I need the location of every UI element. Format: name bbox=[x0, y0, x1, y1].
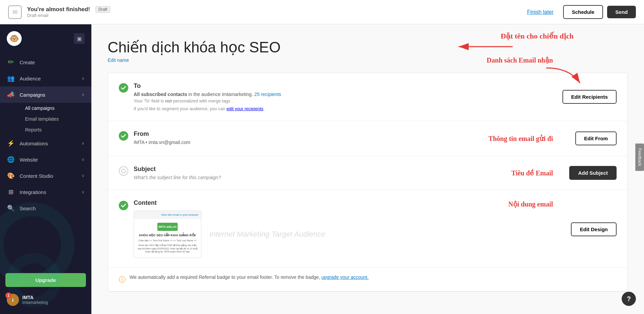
content-studio-icon: 🎨 bbox=[7, 172, 15, 180]
automations-icon: ⚡ bbox=[7, 139, 15, 147]
notice-row: ⓘ We automatically add a required Referr… bbox=[108, 268, 627, 291]
sidebar-label-campaigns: Campaigns bbox=[20, 92, 77, 98]
upgrade-button[interactable]: Upgrade bbox=[5, 273, 86, 287]
sidebar-item-content-studio[interactable]: 🎨 Content Studio ∨ bbox=[0, 168, 91, 184]
notification-badge: 1 bbox=[5, 292, 12, 298]
subject-section-body: Subject What's the subject line for this… bbox=[134, 166, 564, 180]
subject-section: Tiêu đề Email Subject What's the subject… bbox=[108, 156, 627, 190]
to-not: not bbox=[165, 98, 172, 103]
campaign-title-text: Chiến dịch khóa học SEO bbox=[108, 39, 281, 56]
content-preview: View this email in your browser IMTA.edu… bbox=[134, 211, 565, 258]
create-icon: ✏ bbox=[7, 58, 15, 66]
sidebar-item-reports[interactable]: Reports bbox=[20, 124, 91, 135]
thumb-logo-area: IMTA.edu.vn bbox=[137, 223, 198, 231]
to-section-desc: All subscribed contacts in the audience … bbox=[134, 92, 557, 97]
email-preview-thumbnail: View this email in your browser IMTA.edu… bbox=[134, 211, 201, 258]
content-section-body: Content View this email in your browser … bbox=[134, 199, 565, 258]
thumb-sub: Chào bạn << Test First Name >> << Test L… bbox=[137, 239, 198, 242]
edit-name-link[interactable]: Edit name bbox=[108, 57, 129, 63]
website-icon: 🌐 bbox=[7, 155, 15, 164]
subject-placeholder: What's the subject line for this campaig… bbox=[134, 175, 564, 180]
edit-design-button[interactable]: Edit Design bbox=[571, 222, 617, 236]
help-button[interactable]: ? bbox=[622, 292, 636, 306]
edit-recipients-link[interactable]: edit your recipients bbox=[226, 106, 263, 111]
finish-later-button[interactable]: Finish later bbox=[521, 6, 559, 18]
sidebar-item-website[interactable]: 🌐 Website ∨ bbox=[0, 151, 91, 168]
sidebar-toggle[interactable]: ▣ bbox=[74, 33, 85, 44]
topbar-titles: You're almost finished! Draft Draft emai… bbox=[27, 6, 110, 18]
sidebar-label-content-studio: Content Studio bbox=[20, 173, 77, 179]
avatar-initial: I bbox=[12, 297, 14, 303]
svg-point-3 bbox=[121, 169, 126, 173]
search-icon: 🔍 bbox=[7, 204, 15, 212]
sidebar-item-audience[interactable]: 👥 Audience ∨ bbox=[0, 70, 91, 87]
add-subject-button[interactable]: Add Subject bbox=[569, 166, 617, 180]
edit-recipients-button[interactable]: Edit Recipients bbox=[562, 90, 617, 104]
edit-from-button[interactable]: Edit From bbox=[575, 131, 617, 145]
sidebar-item-campaigns[interactable]: 📣 Campaigns ∧ bbox=[0, 87, 91, 103]
upgrade-account-link[interactable]: upgrade your account. bbox=[321, 274, 369, 280]
feedback-tab[interactable]: Feedback bbox=[636, 143, 644, 171]
from-section-desc: IMTA • imta.vn@gmail.com bbox=[134, 140, 570, 145]
sidebar: 🐵 ▣ ✏ Create 👥 Audience ∨ 📣 Campaigns ∧ bbox=[0, 24, 91, 314]
sidebar-item-automations[interactable]: ⚡ Automations ∨ bbox=[0, 135, 91, 151]
sidebar-item-all-campaigns[interactable]: All campaigns bbox=[20, 103, 91, 114]
to-recipients-link[interactable]: 25 recipients bbox=[254, 92, 281, 97]
notice-text: We automatically add a required Referral… bbox=[130, 274, 369, 280]
sidebar-label-website: Website bbox=[20, 157, 77, 163]
thumb-body: IMTA.edu.vn KHÓA HỌC SEO SẮP KHAI GIẢNG … bbox=[134, 219, 201, 258]
automations-chevron: ∨ bbox=[82, 141, 85, 146]
sidebar-item-search[interactable]: 🔍 Search bbox=[0, 200, 91, 216]
send-button[interactable]: Send bbox=[607, 6, 636, 18]
sidebar-nav: ✏ Create 👥 Audience ∨ 📣 Campaigns ∧ All … bbox=[0, 51, 91, 269]
campaign-title: Chiến dịch khóa học SEO bbox=[108, 39, 628, 56]
sidebar-label-automations: Automations bbox=[20, 141, 77, 146]
sidebar-item-email-templates[interactable]: Email templates bbox=[20, 114, 91, 124]
sidebar-bottom: Upgrade 1 I IMTA imtamarketing bbox=[0, 269, 91, 314]
to-section-body: To All subscribed contacts in the audien… bbox=[134, 82, 557, 111]
subject-check-icon bbox=[119, 166, 128, 176]
thumb-logo: IMTA.edu.vn bbox=[157, 223, 178, 231]
from-section: Thông tin email gửi đi From IMTA • imta.… bbox=[108, 121, 627, 156]
mailchimp-logo[interactable]: 🐵 bbox=[7, 31, 22, 46]
audience-icon: 👥 bbox=[7, 74, 15, 82]
draft-icon: ✉ bbox=[8, 5, 22, 19]
from-section-body: From IMTA • imta.vn@gmail.com bbox=[134, 130, 570, 146]
thumb-top-bar: View this email in your browser bbox=[134, 211, 201, 219]
sidebar-label-audience: Audience bbox=[20, 76, 77, 81]
content-area: Đặt tên cho chiến dịch Chiến dịch khóa h… bbox=[91, 24, 644, 314]
thumb-body-text: Khóa học SEO sắp mở tại ITMA sẽ khai giả… bbox=[137, 244, 198, 253]
content-section-title: Content bbox=[134, 199, 565, 207]
content-watermark-text: Internet Marketing Target Audience bbox=[209, 230, 325, 239]
from-section-title: From bbox=[134, 130, 570, 138]
to-section-title: To bbox=[134, 82, 557, 90]
integrations-icon: ⊞ bbox=[7, 188, 15, 196]
to-note: Your 'To' field is not personalized with… bbox=[134, 98, 557, 103]
topbar-subtitle: Draft email bbox=[27, 13, 110, 18]
sidebar-item-create[interactable]: ✏ Create bbox=[0, 54, 91, 70]
sidebar-label-integrations: Integrations bbox=[20, 189, 77, 195]
sidebar-label-search: Search bbox=[20, 206, 85, 211]
campaigns-icon: 📣 bbox=[7, 91, 15, 99]
notice-icon: ⓘ bbox=[119, 275, 126, 284]
topbar: ✉ You're almost finished! Draft Draft em… bbox=[0, 0, 644, 24]
topbar-status: You're almost finished! bbox=[27, 6, 90, 13]
main-layout: 🐵 ▣ ✏ Create 👥 Audience ∨ 📣 Campaigns ∧ bbox=[0, 24, 644, 314]
user-name: IMTA bbox=[22, 295, 48, 300]
notice-text-content: We automatically add a required Referral… bbox=[130, 274, 321, 280]
campaigns-chevron: ∧ bbox=[82, 92, 85, 97]
to-mid: in the audience imtamarketing. bbox=[188, 92, 254, 97]
campaign-title-area: Chiến dịch khóa học SEO Edit name bbox=[108, 39, 628, 63]
to-section: Danh sách Email nhận T bbox=[108, 73, 627, 121]
sidebar-item-integrations[interactable]: ⊞ Integrations ∨ bbox=[0, 184, 91, 200]
to-segment: If you'd like to segment your audience, … bbox=[134, 106, 557, 111]
user-texts: IMTA imtamarketing bbox=[22, 295, 48, 305]
user-info: 1 I IMTA imtamarketing bbox=[5, 291, 86, 309]
thumb-link: View this email in your browser bbox=[161, 213, 198, 216]
topbar-left: ✉ You're almost finished! Draft Draft em… bbox=[8, 5, 110, 19]
page-inner: Đặt tên cho chiến dịch Chiến dịch khóa h… bbox=[91, 24, 644, 303]
schedule-button[interactable]: Schedule bbox=[563, 5, 603, 19]
content-check-icon bbox=[119, 201, 128, 210]
topbar-actions: Finish later Schedule Send bbox=[521, 5, 636, 19]
audience-chevron: ∨ bbox=[82, 76, 85, 81]
